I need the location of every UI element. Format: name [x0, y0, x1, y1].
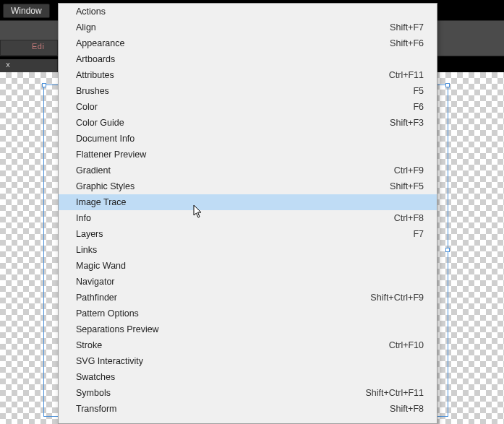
toolbar-substrip [0, 40, 58, 56]
menu-item-label: Pattern Options [76, 308, 139, 319]
menu-item-shortcut: Shift+F6 [390, 38, 424, 48]
menu-item-shortcut: Shift+F7 [390, 22, 424, 33]
menu-item-transform[interactable]: TransformShift+F8 [59, 401, 437, 417]
menu-item-label: Color Guide [76, 118, 124, 128]
menu-item-separations-preview[interactable]: Separations Preview [59, 321, 437, 337]
menu-item-info[interactable]: InfoCtrl+F8 [59, 210, 437, 226]
menu-item-shortcut: Shift+Ctrl+F9 [370, 293, 424, 303]
menu-item-align[interactable]: AlignShift+F7 [59, 20, 437, 35]
menu-item-svg-interactivity[interactable]: SVG Interactivity [59, 353, 437, 369]
toolbar-edit-button[interactable]: Edi [32, 42, 44, 53]
menu-item-label: Graphic Styles [76, 181, 134, 191]
menu-item-label: Separations Preview [76, 324, 159, 334]
tab-close-button[interactable]: x [4, 61, 12, 69]
toolbar-edit-label: Edi [32, 42, 44, 51]
menu-item-label: Layers [76, 229, 103, 239]
menubar-item-window[interactable]: Window [3, 4, 50, 18]
selection-handle-ne[interactable] [445, 83, 450, 87]
menu-item-shortcut: Shift+F8 [390, 404, 424, 414]
menubar: Window [3, 3, 50, 19]
menu-item-label: Artboards [76, 54, 115, 64]
menu-item-pathfinder[interactable]: PathfinderShift+Ctrl+F9 [59, 290, 437, 306]
menu-item-color[interactable]: ColorF6 [59, 99, 437, 115]
menu-item-links[interactable]: Links [59, 242, 437, 258]
menu-item-magic-wand[interactable]: Magic Wand [59, 258, 437, 274]
menu-item-label: Pathfinder [76, 293, 117, 303]
menu-item-actions[interactable]: Actions [59, 4, 437, 20]
menu-item-shortcut: Ctrl+F8 [394, 213, 424, 223]
menu-item-label: Magic Wand [76, 261, 126, 271]
selection-handle-e[interactable] [445, 248, 450, 252]
menu-item-label: Stroke [76, 340, 102, 350]
menu-item-label: Flattener Preview [76, 150, 146, 160]
menu-item-label: Actions [76, 7, 106, 17]
menu-item-label: Attributes [76, 70, 114, 80]
menu-item-swatches[interactable]: Swatches [59, 369, 437, 385]
menu-item-appearance[interactable]: AppearanceShift+F6 [59, 35, 437, 51]
window-menu-dropdown: ActionsAlignShift+F7AppearanceShift+F6Ar… [58, 3, 437, 424]
menu-item-label: Navigator [76, 277, 115, 287]
menu-item-stroke[interactable]: StrokeCtrl+F10 [59, 337, 437, 353]
menu-item-shortcut: Shift+Ctrl+F11 [365, 388, 424, 398]
menu-item-navigator[interactable]: Navigator [59, 274, 437, 290]
menu-item-shortcut: Shift+F5 [390, 181, 424, 191]
menu-item-label: Links [76, 245, 97, 255]
menu-item-shortcut: Ctrl+F10 [389, 340, 424, 350]
menu-item-label: Symbols [76, 388, 111, 398]
menu-item-shortcut: F5 [413, 86, 424, 96]
menu-item-layers[interactable]: LayersF7 [59, 226, 437, 242]
menu-item-pattern-options[interactable]: Pattern Options [59, 306, 437, 321]
menu-item-attributes[interactable]: AttributesCtrl+F11 [59, 67, 437, 83]
menu-item-symbols[interactable]: SymbolsShift+Ctrl+F11 [59, 385, 437, 401]
menu-item-artboards[interactable]: Artboards [59, 51, 437, 67]
menu-item-label: Image Trace [76, 197, 126, 207]
selection-handle-nw[interactable] [42, 83, 46, 87]
menu-item-shortcut: Ctrl+F11 [389, 70, 424, 80]
menu-item-label: Align [76, 22, 96, 33]
menu-item-label: Gradient [76, 165, 111, 176]
menu-item-shortcut: F7 [413, 229, 424, 239]
menu-item-label: Info [76, 213, 91, 223]
menu-item-label: Swatches [76, 372, 115, 382]
menu-item-label: Document Info [76, 134, 134, 144]
menu-item-shortcut: Ctrl+F9 [394, 165, 424, 176]
menu-item-label: Brushes [76, 86, 109, 96]
menu-item-document-info[interactable]: Document Info [59, 131, 437, 147]
menu-item-graphic-styles[interactable]: Graphic StylesShift+F5 [59, 178, 437, 194]
menu-item-label: SVG Interactivity [76, 356, 143, 366]
menu-item-flattener-preview[interactable]: Flattener Preview [59, 147, 437, 163]
close-icon: x [6, 60, 10, 69]
menu-item-gradient[interactable]: GradientCtrl+F9 [59, 163, 437, 178]
menu-item-brushes[interactable]: BrushesF5 [59, 83, 437, 99]
menu-item-label: Transform [76, 404, 117, 414]
menu-item-label: Appearance [76, 38, 124, 48]
menu-item-color-guide[interactable]: Color GuideShift+F3 [59, 115, 437, 131]
menu-item-shortcut: F6 [413, 102, 424, 112]
menu-item-image-trace[interactable]: Image Trace [59, 194, 437, 210]
menu-item-label: Color [76, 102, 98, 112]
menubar-item-label: Window [11, 6, 42, 16]
menu-item-shortcut: Shift+F3 [390, 118, 424, 128]
